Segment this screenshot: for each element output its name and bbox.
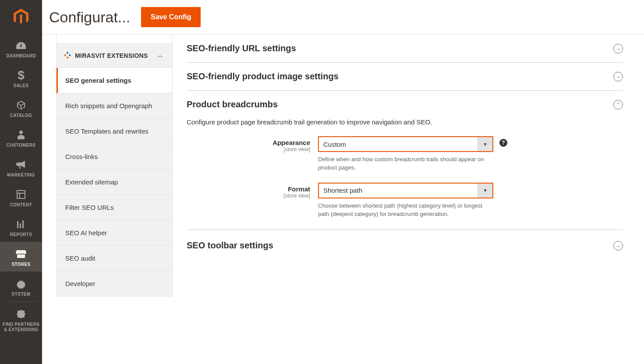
store-icon xyxy=(2,248,40,260)
field-help-text: Define when and how custom breadcrumb tr… xyxy=(318,155,493,172)
section-title: SEO-friendly URL settings xyxy=(187,43,296,53)
section-seo-url[interactable]: SEO-friendly URL settings ⌄ xyxy=(187,35,623,63)
config-item-rich-snippets[interactable]: Rich snippets and Opengraph xyxy=(57,93,172,119)
field-scope: [store view] xyxy=(187,146,310,152)
nav-label: CATALOG xyxy=(2,113,40,118)
section-title: Product breadcrumbs xyxy=(187,99,278,110)
content-wrap: MIRASVIT EXTENSIONS ︿ SEO general settin… xyxy=(42,35,644,364)
config-sidebar: MIRASVIT EXTENSIONS ︿ SEO general settin… xyxy=(42,35,173,364)
appearance-select[interactable]: Custom ▼ xyxy=(318,136,493,152)
nav-label: SALES xyxy=(2,83,40,88)
puzzle-icon xyxy=(2,308,40,320)
main-content: Configurat... Save Config MIRASVIT EXTEN… xyxy=(42,0,644,364)
magento-logo-icon xyxy=(12,8,30,26)
field-label: Format xyxy=(187,185,310,193)
field-appearance: Appearance [store view] Custom ▼ Define … xyxy=(187,136,623,172)
dashboard-icon xyxy=(2,39,40,52)
section-breadcrumbs[interactable]: Product breadcrumbs ⌃ xyxy=(187,91,623,118)
config-item-cross-links[interactable]: Cross-links xyxy=(57,144,172,170)
person-icon xyxy=(2,129,40,141)
nav-stores[interactable]: STORES xyxy=(0,242,42,272)
page-title: Configurat... xyxy=(49,9,139,26)
format-select[interactable]: Shortest path ▼ xyxy=(318,183,493,198)
settings-panel: SEO-friendly URL settings ⌄ SEO-friendly… xyxy=(173,35,644,364)
breadcrumbs-fields: Appearance [store view] Custom ▼ Define … xyxy=(187,136,623,230)
config-group-mirasvit[interactable]: MIRASVIT EXTENSIONS ︿ xyxy=(56,43,173,68)
nav-reports[interactable]: REPORTS xyxy=(0,212,42,242)
nav-label: CONTENT xyxy=(2,202,40,208)
select-value: Custom xyxy=(319,137,478,151)
nav-label: CUSTOMERS xyxy=(2,143,40,148)
section-title: SEO toolbar settings xyxy=(187,240,273,251)
config-item-filter-seo-urls[interactable]: Filter SEO URLs xyxy=(57,195,172,220)
config-item-developer[interactable]: Developer xyxy=(57,271,172,296)
nav-customers[interactable]: CUSTOMERS xyxy=(0,123,42,152)
chevron-down-circle-icon: ⌄ xyxy=(613,44,623,53)
config-item-extended-sitemap[interactable]: Extended sitemap xyxy=(57,170,172,195)
nav-dashboard[interactable]: DASHBOARD xyxy=(0,33,42,63)
dollar-icon: $ xyxy=(2,69,40,81)
magento-logo[interactable] xyxy=(0,0,42,33)
nav-system[interactable]: SYSTEM xyxy=(0,272,42,301)
help-tooltip-icon[interactable]: ? xyxy=(499,139,507,147)
field-scope: [store view] xyxy=(187,193,310,199)
chevron-up-circle-icon: ⌃ xyxy=(613,100,623,110)
field-label: Appearance xyxy=(187,139,310,146)
config-item-seo-ai-helper[interactable]: SEO AI helper xyxy=(57,220,172,246)
nav-sales[interactable]: $ SALES xyxy=(0,63,42,93)
config-item-seo-general[interactable]: SEO general settings xyxy=(57,68,172,93)
nav-catalog[interactable]: CATALOG xyxy=(0,93,42,123)
admin-sidebar: DASHBOARD $ SALES CATALOG CUSTOMERS MARK… xyxy=(0,0,42,364)
dropdown-arrow-icon: ▼ xyxy=(478,137,492,151)
chevron-up-icon: ︿ xyxy=(157,52,163,60)
chevron-down-circle-icon: ⌄ xyxy=(613,72,623,81)
section-toolbar[interactable]: SEO toolbar settings ⌄ xyxy=(187,232,623,259)
nav-label: REPORTS xyxy=(2,232,40,237)
gear-icon xyxy=(2,278,40,290)
nav-marketing[interactable]: MARKETING xyxy=(0,152,42,182)
field-format: Format [store view] Shortest path ▼ Choo… xyxy=(187,183,623,219)
section-seo-image[interactable]: SEO-friendly product image settings ⌄ xyxy=(187,63,623,91)
megaphone-icon xyxy=(2,159,40,171)
config-item-seo-templates[interactable]: SEO Templates and rewrites xyxy=(57,119,172,144)
nav-content[interactable]: CONTENT xyxy=(0,182,42,212)
section-description: Configure product page breadcrumb trail … xyxy=(187,118,623,136)
config-item-seo-audit[interactable]: SEO audit xyxy=(57,246,172,271)
dropdown-arrow-icon: ▼ xyxy=(478,184,492,198)
layout-icon xyxy=(2,188,40,201)
field-help-text: Choose between shortest path (highest ca… xyxy=(318,202,493,219)
page-header: Configurat... Save Config xyxy=(42,0,644,35)
nav-find-partners[interactable]: FIND PARTNERS & EXTENSIONS xyxy=(0,302,42,337)
save-config-button[interactable]: Save Config xyxy=(141,7,201,27)
select-value: Shortest path xyxy=(319,184,478,198)
nav-label: FIND PARTNERS & EXTENSIONS xyxy=(2,322,40,332)
nav-label: STORES xyxy=(2,262,40,267)
config-items-list: SEO general settings Rich snippets and O… xyxy=(56,68,173,297)
nav-label: SYSTEM xyxy=(2,292,40,297)
nav-label: MARKETING xyxy=(2,173,40,178)
mirasvit-icon xyxy=(64,52,71,60)
box-icon xyxy=(2,99,40,111)
chevron-down-circle-icon: ⌄ xyxy=(613,241,623,251)
section-title: SEO-friendly product image settings xyxy=(187,71,339,81)
config-group-title: MIRASVIT EXTENSIONS xyxy=(75,52,148,59)
nav-label: DASHBOARD xyxy=(2,53,40,59)
chart-icon xyxy=(2,218,40,230)
